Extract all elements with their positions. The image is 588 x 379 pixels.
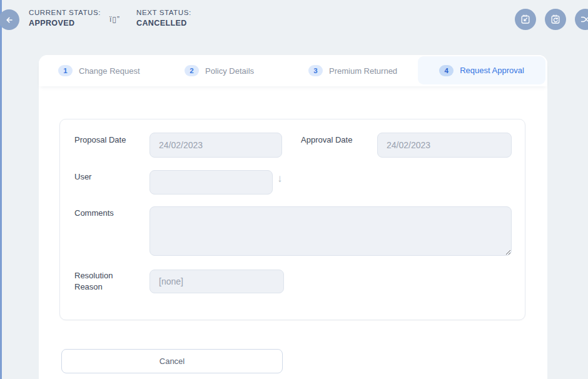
comments-field[interactable]	[150, 206, 512, 256]
back-button[interactable]	[0, 9, 19, 30]
status-transition-icon: ï▯”	[109, 15, 120, 24]
resolution-reason-field[interactable]	[150, 270, 284, 293]
current-status-block: CURRENT STATUS: APPROVED	[29, 9, 101, 28]
step-label: Policy Details	[205, 66, 254, 76]
comments-label: Comments	[74, 208, 114, 219]
step-policy-details[interactable]: 2 Policy Details	[185, 55, 254, 86]
arrow-left-icon	[3, 14, 16, 26]
proposal-date-field[interactable]	[150, 133, 282, 158]
current-status-value: APPROVED	[29, 19, 101, 28]
cancel-button[interactable]: Cancel	[61, 349, 283, 373]
shuffle-icon	[579, 13, 588, 26]
approval-date-label: Approval Date	[301, 134, 352, 146]
current-status-label: CURRENT STATUS:	[29, 9, 101, 16]
step-label: Premium Returned	[329, 66, 397, 76]
reload-note-icon	[549, 13, 562, 26]
shuffle-button[interactable]	[575, 9, 588, 30]
proposal-date-label: Proposal Date	[74, 134, 126, 146]
step-number-badge: 2	[185, 65, 199, 76]
reload-note-button[interactable]	[545, 9, 566, 30]
approval-date-field[interactable]	[377, 133, 512, 158]
step-request-approval[interactable]: 4 Request Approval	[418, 56, 545, 84]
resolution-reason-label: Resolution Reason	[74, 270, 121, 293]
main-panel: 1 Change Request 2 Policy Details 3 Prem…	[39, 55, 547, 379]
step-number-badge: 4	[439, 65, 454, 76]
user-dropdown-arrow-icon[interactable]: ↓	[277, 173, 283, 185]
step-change-request[interactable]: 1 Change Request	[58, 55, 140, 86]
step-premium-returned[interactable]: 3 Premium Returned	[308, 55, 397, 86]
next-status-label: NEXT STATUS:	[136, 9, 191, 16]
step-number-badge: 3	[308, 65, 323, 76]
left-accent-strip	[0, 0, 2, 379]
step-label: Change Request	[79, 66, 140, 76]
step-label: Request Approval	[460, 66, 524, 75]
export-note-button[interactable]	[515, 9, 536, 30]
next-status-block: NEXT STATUS: CANCELLED	[136, 9, 191, 28]
wizard-stepper: 1 Change Request 2 Policy Details 3 Prem…	[39, 55, 547, 86]
step-number-badge: 1	[58, 65, 73, 76]
export-note-icon	[519, 13, 532, 26]
next-status-value: CANCELLED	[136, 19, 191, 28]
user-field[interactable]	[150, 170, 273, 195]
user-label: User	[74, 171, 91, 183]
approval-form-card: Proposal Date Approval Date User ↓ Comme…	[59, 119, 525, 320]
